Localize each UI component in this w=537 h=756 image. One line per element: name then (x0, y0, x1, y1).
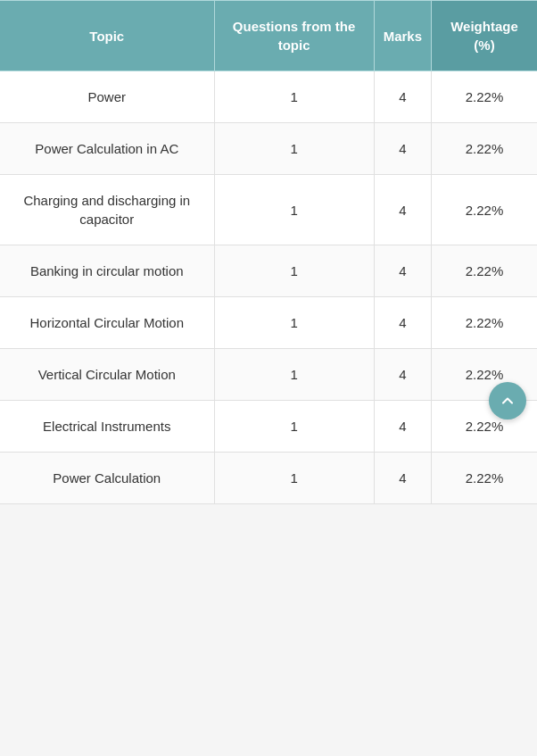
cell-topic: Power (0, 71, 214, 123)
cell-marks: 4 (374, 453, 431, 504)
table-row: Electrical Instruments142.22% (0, 401, 537, 453)
cell-weightage: 2.22% (432, 297, 537, 349)
header-topic: Topic (0, 1, 214, 71)
cell-questions: 1 (214, 71, 374, 123)
header-questions: Questions from the topic (214, 1, 374, 71)
table-row: Power142.22% (0, 71, 537, 123)
table-row: Vertical Circular Motion142.22% (0, 349, 537, 401)
cell-questions: 1 (214, 175, 374, 245)
cell-weightage: 2.22% (432, 71, 537, 123)
cell-marks: 4 (374, 175, 431, 245)
table-container: Topic Questions from the topic Marks Wei… (0, 0, 537, 504)
cell-topic: Vertical Circular Motion (0, 349, 214, 401)
cell-marks: 4 (374, 297, 431, 349)
cell-topic: Charging and discharging in capacitor (0, 175, 214, 245)
cell-marks: 4 (374, 71, 431, 123)
cell-weightage: 2.22% (432, 123, 537, 175)
table-row: Power Calculation142.22% (0, 453, 537, 504)
cell-marks: 4 (374, 349, 431, 401)
cell-topic: Electrical Instruments (0, 401, 214, 453)
cell-questions: 1 (214, 453, 374, 504)
cell-questions: 1 (214, 297, 374, 349)
table-row: Charging and discharging in capacitor142… (0, 175, 537, 245)
cell-questions: 1 (214, 349, 374, 401)
cell-marks: 4 (374, 245, 431, 297)
cell-weightage: 2.22% (432, 245, 537, 297)
table-row: Banking in circular motion142.22% (0, 245, 537, 297)
cell-marks: 4 (374, 123, 431, 175)
header-weightage: Weightage (%) (432, 1, 537, 71)
cell-questions: 1 (214, 123, 374, 175)
cell-weightage: 2.22% (432, 453, 537, 504)
arrow-up-icon (499, 392, 516, 410)
cell-questions: 1 (214, 245, 374, 297)
cell-questions: 1 (214, 401, 374, 453)
cell-marks: 4 (374, 401, 431, 453)
cell-topic: Power Calculation in AC (0, 123, 214, 175)
cell-topic: Banking in circular motion (0, 245, 214, 297)
cell-topic: Power Calculation (0, 453, 214, 504)
header-marks: Marks (374, 1, 431, 71)
table-row: Horizontal Circular Motion142.22% (0, 297, 537, 349)
scroll-top-button[interactable] (489, 382, 526, 420)
cell-topic: Horizontal Circular Motion (0, 297, 214, 349)
table-header-row: Topic Questions from the topic Marks Wei… (0, 1, 537, 71)
cell-weightage: 2.22% (432, 175, 537, 245)
topic-table: Topic Questions from the topic Marks Wei… (0, 0, 537, 504)
table-row: Power Calculation in AC142.22% (0, 123, 537, 175)
